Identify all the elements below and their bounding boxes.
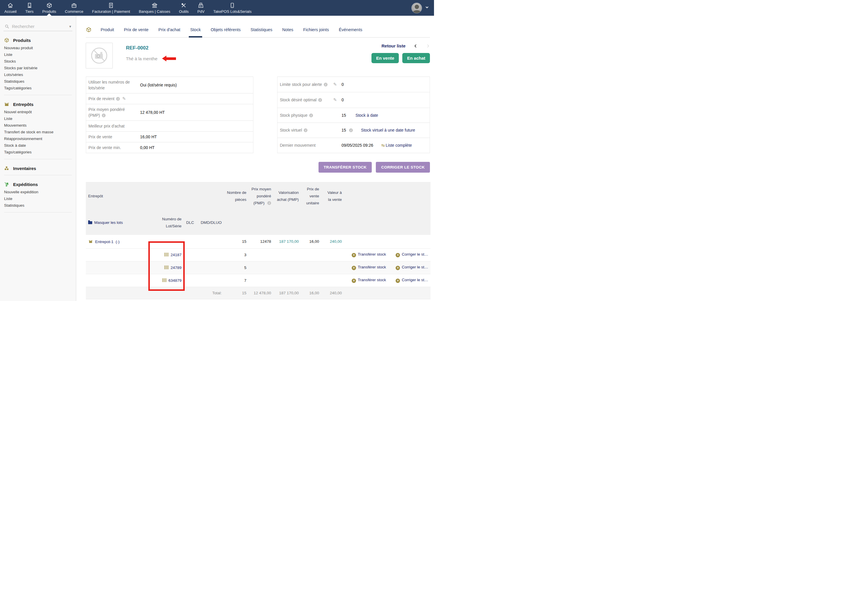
tab-stock[interactable]: Stock — [185, 22, 206, 37]
nav-item-pdv[interactable]: PdV — [193, 0, 209, 16]
sidebar-item-tags-entrepots[interactable]: Tags/catégories — [0, 149, 76, 155]
nav-item-commerce[interactable]: Commerce — [61, 0, 88, 16]
nav-item-outils[interactable]: Outils — [175, 0, 193, 16]
search-dropdown-caret-icon[interactable]: ▼ — [69, 25, 72, 28]
sidebar-item-liste-expeditions[interactable]: Liste — [0, 195, 76, 202]
nav-item-tiers[interactable]: Tiers — [21, 0, 38, 16]
liste-complete-link[interactable]: Liste complète — [386, 143, 412, 147]
correct-stock-link[interactable]: +Corriger le st… — [396, 278, 428, 282]
sidebar-section-entrepots: Entrepôts Nouvel entrepôt Liste Mouvemen… — [0, 101, 76, 159]
lot-number-link[interactable]: 24187 — [170, 253, 182, 257]
transfer-stock-link[interactable]: +Transférer stock — [352, 265, 386, 269]
total-label: Total: — [198, 287, 224, 299]
open-box-icon — [4, 101, 9, 107]
product-details: Utiliser les numéros de lots/série Oui (… — [86, 77, 430, 153]
total-row: Total: 15 12 478,00 187 170,00 16,00 240… — [86, 287, 430, 299]
nav-item-facturation[interactable]: Facturation | Paiement — [88, 0, 135, 16]
correct-stock-button[interactable]: CORRIGER LE STOCK — [376, 162, 430, 173]
lot-qty: 5 — [224, 261, 249, 274]
dolly-icon — [4, 182, 9, 187]
nav-item-banques[interactable]: Banques | Caisses — [135, 0, 175, 16]
warehouse-valorisation: 187 170,00 — [273, 235, 301, 248]
sidebar-item-tags-produits[interactable]: Tags/catégories — [0, 85, 76, 91]
correct-stock-link[interactable]: +Corriger le st… — [396, 265, 428, 269]
warehouse-row: Entrepot-1 (-) 15 12478 187 170,00 16,00… — [86, 235, 430, 248]
sidebar-item-liste-entrepots[interactable]: Liste — [0, 115, 76, 122]
nav-label: Banques | Caisses — [139, 9, 170, 14]
sidebar-title-inventaires[interactable]: Inventaires — [0, 165, 76, 172]
field-label: Prix de vente min. — [89, 145, 121, 150]
sidebar-item-statistiques-expeditions[interactable]: Statistiques — [0, 202, 76, 209]
tab-prix-de-vente[interactable]: Prix de vente — [119, 22, 154, 37]
transfer-stock-link[interactable]: +Transférer stock — [352, 252, 386, 256]
tab-produit[interactable]: Produit — [96, 22, 119, 37]
nav-item-produits[interactable]: Produits — [38, 0, 61, 16]
lot-row: 24789 5 +Transférer stock +Corriger le s… — [86, 261, 430, 274]
info-icon: i — [116, 97, 120, 101]
correct-stock-link[interactable]: +Corriger le st… — [396, 252, 428, 256]
chevron-left-icon[interactable] — [413, 44, 418, 48]
no-photo-placeholder — [86, 43, 113, 68]
nav-label: PdV — [197, 9, 205, 14]
transfer-stock-link[interactable]: +Transférer stock — [352, 278, 386, 282]
sidebar-item-mouvements[interactable]: Mouvements — [0, 122, 76, 129]
sidebar-item-stocks-par-lot[interactable]: Stocks par lot/série — [0, 64, 76, 71]
hide-lots-toggle[interactable]: Masquer les lots — [88, 220, 123, 225]
stock-table: Entrepôt Nombre de pièces Prix moyen pon… — [86, 182, 430, 299]
tab-objets-referents[interactable]: Objets référents — [206, 22, 245, 37]
tab-fichiers-joints[interactable]: Fichiers joints — [298, 22, 334, 37]
barcode-icon — [162, 278, 167, 282]
field-value: Oui (lot/série requis) — [140, 83, 177, 88]
lot-number-link[interactable]: 634879 — [168, 278, 182, 283]
on-sale-badge[interactable]: En vente — [372, 53, 399, 63]
back-to-list-link[interactable]: Retour liste — [381, 43, 406, 48]
tab-statistiques[interactable]: Statistiques — [245, 22, 277, 37]
lot-number-link[interactable]: 24789 — [170, 266, 182, 270]
sidebar-item-stock-a-date[interactable]: Stock à date — [0, 142, 76, 149]
sidebar-item-transfert-masse[interactable]: Transfert de stock en masse — [0, 129, 76, 135]
nav-item-takepos[interactable]: TakePOS Lots&Serials — [209, 0, 256, 16]
user-avatar[interactable] — [411, 3, 422, 14]
sidebar-item-stocks[interactable]: Stocks — [0, 58, 76, 64]
product-tabs: Produit Prix de vente Prix d'achat Stock… — [86, 22, 430, 38]
stock-virtuel-link[interactable]: Stock virtuel à une date future — [361, 128, 415, 132]
info-icon: i — [304, 128, 308, 132]
product-label: Thé à la menthe — [126, 56, 158, 61]
chevron-down-icon[interactable] — [425, 5, 429, 11]
sidebar-item-nouvelle-expedition[interactable]: Nouvelle expédition — [0, 189, 76, 195]
sidebar-title-entrepots[interactable]: Entrepôts — [0, 101, 76, 108]
col-lot-number: Numéro de Lot/Série — [162, 217, 182, 228]
stock-a-date-link[interactable]: Stock à date — [355, 113, 378, 118]
pencil-icon[interactable]: ✎ — [333, 82, 337, 87]
warehouse-pmp: 12478 — [249, 235, 273, 248]
pencil-icon[interactable]: ✎ — [122, 96, 126, 101]
sidebar-item-liste-produits[interactable]: Liste — [0, 51, 76, 58]
sidebar-item-lots-series[interactable]: Lots/séries — [0, 71, 76, 78]
sidebar-item-statistiques-produits[interactable]: Statistiques — [0, 78, 76, 85]
pencil-icon[interactable]: ✎ — [333, 97, 337, 102]
box-icon — [46, 2, 52, 8]
sidebar-item-nouvel-entrepot[interactable]: Nouvel entrepôt — [0, 109, 76, 115]
nav-item-accueil[interactable]: Accueil — [0, 0, 21, 16]
sidebar-search: ▼ — [3, 22, 72, 31]
search-input[interactable] — [12, 24, 61, 29]
main-panel: Produit Prix de vente Prix d'achat Stock… — [76, 16, 434, 301]
on-purchase-badge[interactable]: En achat — [402, 53, 430, 63]
table-row: Prix de revienti ✎ — [86, 94, 253, 104]
tab-notes[interactable]: Notes — [277, 22, 298, 37]
chevron-right-icon[interactable] — [426, 44, 430, 48]
building-icon — [26, 2, 32, 8]
tab-evenements[interactable]: Événements — [334, 22, 367, 37]
info-icon: i — [349, 128, 353, 132]
field-value: 12 478,00 HT — [140, 110, 165, 115]
sidebar-item-reapprovisionnement[interactable]: Réapprovisionnement — [0, 135, 76, 142]
sidebar-item-nouveau-produit[interactable]: Nouveau produit — [0, 45, 76, 51]
tab-prix-dachat[interactable]: Prix d'achat — [154, 22, 185, 37]
plus-icon: + — [352, 253, 356, 257]
table-subheader-row: Masquer les lots Numéro de Lot/Série DLC… — [86, 210, 430, 235]
sidebar-title-produits[interactable]: Produits — [0, 37, 76, 43]
field-label: Prix de revient — [89, 96, 114, 101]
transfer-stock-button[interactable]: TRANSFÉRER STOCK — [318, 162, 372, 173]
sidebar-title-expeditions[interactable]: Expéditions — [0, 181, 76, 187]
warehouse-link[interactable]: Entrepot-1 — [95, 240, 113, 244]
